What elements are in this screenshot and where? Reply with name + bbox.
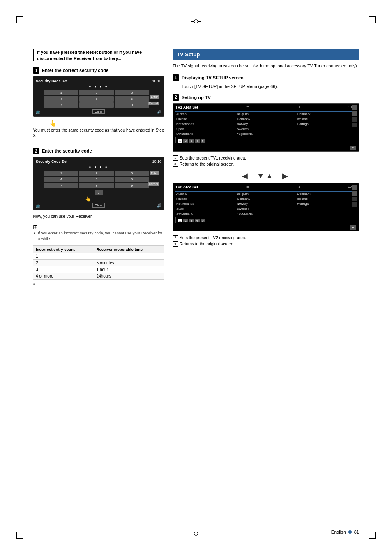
bullet-dot: ●: [33, 282, 164, 286]
tv2-caption1: 3 Sets the present TV2 receiving area.: [173, 235, 359, 241]
tv2-area-mockup: TV2 Area Set ⚌ | 1 10:10 Austria Belgium: [173, 183, 359, 231]
inoperable-table: Incorrect entry count Receiver inoperabl…: [33, 245, 164, 280]
step2-tv-icon: 📺: [36, 204, 40, 208]
right-step2-number: 2: [173, 94, 179, 101]
country-spain: Spain: [175, 127, 235, 131]
step2-screen: Security Code Set 10:10 ● ● ● ● Cancel 1…: [33, 157, 164, 210]
step2-cancel-btn[interactable]: Cancel: [148, 182, 159, 186]
tv2-icon1: [352, 185, 357, 190]
left-column: If you have pressed the Reset button or …: [33, 49, 164, 286]
step2-hand-pointer: 👆: [85, 196, 161, 202]
step2-clear-btn[interactable]: Clear: [92, 203, 104, 208]
step2-number: 2: [33, 148, 39, 154]
two-column-layout: If you have pressed the Reset button or …: [33, 49, 359, 286]
step2-dots: ● ● ● ●: [36, 165, 161, 169]
crosshair-top: [191, 16, 201, 26]
tv2-tab4[interactable]: 4: [195, 219, 200, 222]
right-step1-title: Displaying TV SETUP screen: [182, 75, 244, 80]
step1-enter-btn[interactable]: Enter: [150, 95, 159, 99]
country-sweden: Sweden: [236, 127, 296, 131]
step1-note: You must enter the same security code as…: [33, 127, 164, 139]
step1-screen-title: Security Code Set: [36, 79, 67, 83]
key-2[interactable]: 2: [79, 90, 114, 95]
s2-key-5[interactable]: 5: [79, 177, 114, 182]
tv2-country-belgium: Belgium: [236, 192, 296, 196]
tv2-tab5[interactable]: 5: [201, 219, 205, 222]
step1-screen-time: 10:10: [152, 79, 161, 83]
tv2-country-switzerland: Switzerland: [175, 211, 235, 216]
key-8[interactable]: 8: [79, 102, 114, 108]
s2-key-7[interactable]: 7: [44, 183, 78, 188]
tv2-title: TV2 Area Set: [175, 185, 198, 189]
key-5[interactable]: 5: [79, 96, 114, 102]
language-label: English: [331, 530, 346, 534]
tv1-tab2[interactable]: 2: [183, 139, 188, 143]
tv2-country-norway: Norway: [236, 201, 296, 206]
s2-key-0[interactable]: 0: [95, 190, 103, 195]
tv2-tab-bar: 1 2 3 4 5: [178, 219, 354, 222]
tv2-bar: | 1: [297, 185, 300, 189]
tv1-bottom-icon: ↵: [175, 145, 356, 150]
s2-key-9[interactable]: 9: [115, 183, 149, 188]
right-step2-header: 2 Setting up TV: [173, 94, 359, 101]
tv1-bar: | 1: [297, 105, 300, 109]
s2-key-1[interactable]: 1: [44, 171, 78, 176]
key-3[interactable]: 3: [115, 90, 149, 95]
tv2-captions: 3 Sets the present TV2 receiving area. 4…: [173, 235, 359, 247]
corner-bracket-tl: [16, 16, 23, 23]
tv2-enter-icon: ↵: [350, 225, 356, 230]
country-empty2: [296, 132, 356, 136]
right-step1-number: 1: [173, 74, 179, 81]
tv2-caption1-num: 3: [173, 235, 178, 240]
step1-bottom-bar: 📺 Clear 🔊: [36, 109, 161, 114]
step2-title: Enter the security code: [42, 148, 92, 153]
country-norway: Norway: [236, 122, 296, 126]
tv2-bottom-icon: ↵: [175, 224, 356, 229]
tv1-side-icons: [352, 105, 357, 127]
country-austria: Austria: [175, 112, 235, 116]
tv2-header: TV2 Area Set ⚌ | 1 10:10: [175, 185, 356, 189]
tv2-tab2[interactable]: 2: [183, 219, 188, 222]
step2-enter-btn[interactable]: Enter: [150, 171, 159, 175]
tv1-enter-icon: ↵: [350, 146, 356, 150]
key-7[interactable]: 7: [44, 102, 78, 108]
step1-sound-icon: 🔊: [157, 110, 161, 114]
tv1-eq-icon: ⚌: [246, 105, 249, 109]
tv1-area-mockup: TV1 Area Set ⚌ | 1 10:10 Austria Belgium: [173, 103, 359, 152]
tv1-tab5[interactable]: 5: [201, 139, 205, 143]
tv2-tab1[interactable]: 1: [178, 219, 182, 222]
tv2-icon4: [352, 202, 357, 207]
step1-hand-pointer: 👆: [49, 120, 164, 127]
s2-key-8[interactable]: 8: [79, 183, 114, 188]
s2-key-4[interactable]: 4: [44, 177, 78, 182]
tv2-country-germany: Germany: [236, 197, 296, 201]
step1-clear-btn[interactable]: Clear: [92, 109, 104, 114]
tv2-country-portugal: Portugal: [296, 201, 356, 206]
key-4[interactable]: 4: [44, 96, 78, 102]
country-finland: Finland: [175, 117, 235, 121]
s2-key-2[interactable]: 2: [79, 171, 114, 176]
key-1[interactable]: 1: [44, 90, 78, 95]
tv1-icon2: [352, 111, 357, 116]
table-row: 4 or more24hours: [33, 273, 164, 279]
tv2-tab3[interactable]: 3: [189, 219, 194, 222]
tv1-caption1-text: Sets the present TV1 receiving area.: [180, 155, 246, 161]
key-9[interactable]: 9: [115, 102, 149, 108]
s2-key-6[interactable]: 6: [115, 177, 149, 182]
tv2-icon3: [352, 197, 357, 201]
step2-header: 2 Enter the security code: [33, 148, 164, 154]
tv1-title: TV1 Area Set: [175, 105, 198, 109]
s2-key-3[interactable]: 3: [115, 171, 149, 176]
key-6[interactable]: 6: [115, 96, 149, 102]
tv1-tab4[interactable]: 4: [195, 139, 200, 143]
step2-screen-header: Security Code Set 10:10: [36, 160, 161, 164]
tv-setup-header: TV Setup: [173, 49, 359, 60]
step2-note: Now, you can use your Receiver.: [33, 214, 164, 220]
tv2-country-yugoslavia: Yugoslavia: [236, 211, 296, 216]
tv1-tab3[interactable]: 3: [189, 139, 194, 143]
tv1-tab1[interactable]: 1: [178, 139, 182, 143]
table-cell-count: 2: [33, 259, 94, 266]
step1-cancel-btn[interactable]: Cancel: [148, 102, 159, 105]
step1-screen: Security Code Set 10:10 ● ● ● ● Cancel 1…: [33, 76, 164, 117]
step2-screen-time: 10:10: [152, 160, 161, 164]
